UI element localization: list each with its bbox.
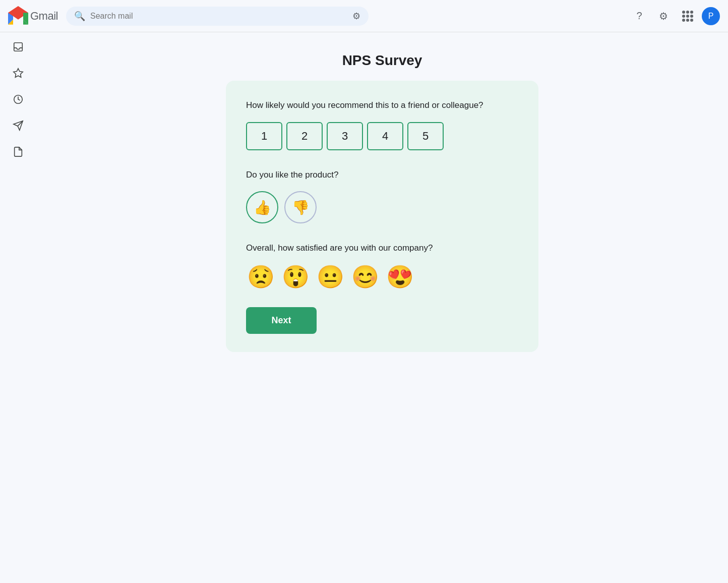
gmail-logo-icon <box>8 6 28 26</box>
search-bar[interactable]: 🔍 ⚙ <box>66 7 369 26</box>
question-3: Overall, how satisfied are you with our … <box>246 242 518 255</box>
help-icon: ? <box>636 10 642 22</box>
sidebar-item-sent[interactable] <box>6 115 30 139</box>
apps-grid-icon <box>682 11 693 22</box>
question-2: Do you like the product? <box>246 168 518 182</box>
star-icon <box>13 68 24 82</box>
sidebar-item-snoozed[interactable] <box>6 89 30 113</box>
clock-icon <box>13 94 24 108</box>
app-title: Gmail <box>30 10 58 23</box>
nps-btn-2[interactable]: 2 <box>286 122 323 150</box>
thumbs-up-icon: 👍 <box>254 199 271 216</box>
app-header: Gmail 🔍 ⚙ ? ⚙ P <box>0 0 728 32</box>
thumbs-down-button[interactable]: 👎 <box>284 191 317 223</box>
svg-rect-0 <box>14 43 23 51</box>
emoji-btn-happy[interactable]: 😊 <box>350 265 380 289</box>
content-area: NPS Survey How likely would you recommen… <box>36 32 728 583</box>
svg-marker-1 <box>14 69 23 77</box>
draft-icon <box>13 146 24 160</box>
emoji-row: 😟 😲 😐 😊 😍 <box>246 265 518 289</box>
settings-icon: ⚙ <box>659 10 668 22</box>
question-1: How likely would you recommend this to a… <box>246 99 518 112</box>
logo: Gmail <box>8 6 58 26</box>
help-button[interactable]: ? <box>629 6 649 26</box>
survey-title: NPS Survey <box>342 52 422 69</box>
thumbs-up-button[interactable]: 👍 <box>246 191 278 223</box>
sidebar-item-drafts[interactable] <box>6 141 30 165</box>
apps-button[interactable] <box>678 6 698 26</box>
nps-btn-3[interactable]: 3 <box>327 122 363 150</box>
sidebar-item-starred[interactable] <box>6 63 30 87</box>
search-input[interactable] <box>90 12 347 21</box>
sidebar-item-inbox[interactable] <box>6 36 30 61</box>
thumbs-down-icon: 👎 <box>292 199 310 216</box>
thumbs-row: 👍 👎 <box>246 191 518 223</box>
main-layout: NPS Survey How likely would you recommen… <box>0 32 728 583</box>
next-button[interactable]: Next <box>246 307 317 334</box>
settings-button[interactable]: ⚙ <box>653 6 674 26</box>
emoji-btn-love[interactable]: 😍 <box>385 265 415 289</box>
nps-scale: 1 2 3 4 5 <box>246 122 518 150</box>
emoji-btn-surprised[interactable]: 😲 <box>281 265 311 289</box>
search-icon: 🔍 <box>74 11 85 22</box>
nps-btn-1[interactable]: 1 <box>246 122 282 150</box>
emoji-btn-sad[interactable]: 😟 <box>246 265 276 289</box>
inbox-icon <box>13 41 24 55</box>
survey-card: How likely would you recommend this to a… <box>226 81 538 352</box>
avatar[interactable]: P <box>702 7 720 25</box>
nps-btn-4[interactable]: 4 <box>367 122 403 150</box>
send-icon <box>13 120 24 134</box>
sidebar <box>0 32 36 583</box>
filter-icon[interactable]: ⚙ <box>352 11 360 22</box>
emoji-btn-neutral[interactable]: 😐 <box>316 265 345 289</box>
nps-btn-5[interactable]: 5 <box>407 122 444 150</box>
header-actions: ? ⚙ P <box>629 6 720 26</box>
